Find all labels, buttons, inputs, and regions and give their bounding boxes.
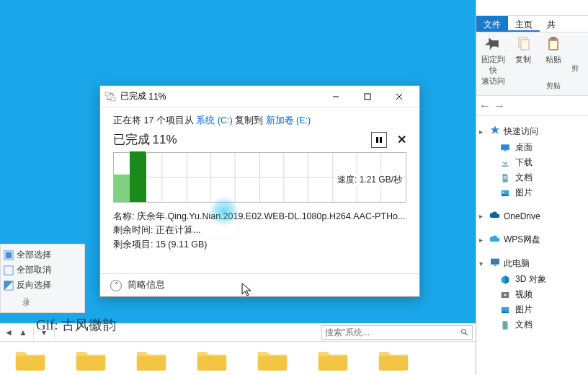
svg-rect-3: [551, 37, 556, 40]
folder-icon[interactable]: [196, 348, 228, 372]
svg-rect-20: [111, 97, 115, 101]
ribbon-cut-sub: 剪: [571, 63, 579, 74]
progress-percent: 11%: [152, 133, 177, 147]
copy-icon: [514, 35, 532, 53]
forward-arrow-icon[interactable]: →: [494, 100, 505, 112]
close-button[interactable]: [383, 87, 415, 107]
brief-info-toggle[interactable]: 简略信息: [128, 279, 165, 291]
cloud-icon: [489, 209, 501, 221]
tab-home[interactable]: 主页: [508, 16, 540, 32]
tab-share[interactable]: 共: [540, 16, 563, 32]
explorer-titlebar: [476, 0, 588, 16]
nav-3d-objects[interactable]: 3D 对象: [479, 272, 585, 287]
svg-rect-15: [4, 265, 13, 274]
folder-icon[interactable]: [317, 348, 349, 372]
dialog-title-prefix: 已完成: [120, 90, 146, 102]
invert-icon: [4, 281, 14, 291]
minimize-button[interactable]: [320, 87, 352, 107]
dest-link[interactable]: 新加卷 (E:): [266, 115, 311, 125]
paste-icon: [545, 35, 562, 53]
navigation-pane: ▸ 快速访问 桌面 下载 文档 图片 ▸ OneDrive ▸ WPS网盘: [476, 116, 588, 347]
chevron-up-icon[interactable]: ˄: [110, 280, 122, 291]
nav-wps[interactable]: ▸ WPS网盘: [479, 231, 585, 248]
picture-icon: [500, 305, 510, 315]
maximize-button[interactable]: [352, 87, 383, 107]
svg-rect-9: [491, 259, 499, 265]
folder-grid: [0, 342, 476, 375]
back-arrow-icon[interactable]: ←: [479, 100, 491, 112]
download-icon: [500, 158, 510, 168]
ribbon-copy[interactable]: 复制: [508, 35, 538, 92]
wps-icon: [489, 233, 501, 244]
dialog-titlebar[interactable]: 已完成 11%: [100, 86, 419, 107]
document-icon: [500, 320, 510, 330]
pause-button[interactable]: [371, 132, 387, 148]
svg-line-18: [466, 333, 468, 335]
svg-rect-10: [494, 265, 496, 265]
document-icon: [500, 173, 510, 183]
svg-rect-22: [365, 94, 370, 100]
select-none-icon: [4, 265, 14, 275]
nav-pictures2[interactable]: 图片: [479, 302, 585, 317]
folder-icon[interactable]: [14, 348, 46, 372]
cancel-button[interactable]: ✕: [397, 133, 406, 146]
speed-readout: 速度: 1.21 GB/秒: [336, 174, 404, 186]
nav-pictures[interactable]: 图片: [479, 185, 585, 200]
svg-rect-6: [504, 150, 507, 151]
nav-onedrive[interactable]: ▸ OneDrive: [479, 208, 585, 224]
video-icon: [500, 290, 510, 300]
pin-icon: [484, 35, 502, 53]
ribbon-paste[interactable]: 粘贴 剪 剪贴: [538, 35, 569, 92]
select-all-button[interactable]: 全部选择: [4, 247, 81, 262]
svg-rect-19: [105, 92, 110, 96]
select-none-button[interactable]: 全部取消: [4, 262, 81, 278]
remaining-items: 15 (9.11 GB): [156, 239, 208, 250]
invert-selection-button[interactable]: 反向选择: [4, 278, 81, 293]
nav-documents2[interactable]: 文档: [479, 317, 585, 332]
copy-progress-dialog: 已完成 11% 正在将 17 个项目从 系统 (C:) 复制到 新加卷 (E:)…: [99, 85, 420, 297]
selection-group-label: 录: [4, 296, 81, 309]
nav-documents[interactable]: 文档: [479, 170, 585, 185]
folder-icon[interactable]: [378, 348, 409, 372]
picture-icon: [500, 188, 510, 198]
selection-panel: 全部选择 全部取消 反向选择 录: [0, 244, 85, 313]
svg-rect-25: [376, 137, 378, 143]
svg-rect-26: [380, 137, 382, 143]
watermark-text: Gif: 古风徽韵: [36, 316, 116, 335]
ribbon-clipboard-sub: 剪贴: [538, 81, 569, 91]
svg-rect-1: [521, 40, 529, 50]
pc-icon: [489, 257, 501, 268]
select-all-icon: [4, 250, 14, 260]
ribbon-pin[interactable]: 固定到快 速访问: [478, 35, 508, 92]
search-icon: [460, 328, 469, 337]
up-icon[interactable]: ▲: [17, 327, 29, 338]
nav-desktop[interactable]: 桌面: [479, 140, 585, 155]
explorer-window: 文件 主页 共 固定到快 速访问 复制 粘贴 剪 剪贴 ← → ▸ 快速访问: [476, 0, 588, 375]
progress-label: 已完成: [113, 131, 150, 148]
folder-icon[interactable]: [75, 348, 107, 372]
desktop-icon: [500, 143, 510, 153]
source-link[interactable]: 系统 (C:): [196, 115, 232, 125]
remaining-time: 正在计算...: [156, 225, 200, 235]
transfer-details: 名称: 庆余年.Qing.Yu.Nian.2019.E02.WEB-DL.108…: [113, 210, 406, 252]
file-name: 庆余年.Qing.Yu.Nian.2019.E02.WEB-DL.1080p.H…: [137, 211, 406, 221]
svg-rect-5: [501, 144, 509, 150]
svg-point-8: [503, 191, 504, 193]
svg-rect-14: [6, 252, 12, 258]
cube-icon: [500, 275, 510, 285]
dialog-footer: ˄ 简略信息: [100, 273, 419, 296]
nav-downloads[interactable]: 下载: [479, 155, 585, 170]
nav-quick-access[interactable]: ▸ 快速访问: [479, 123, 585, 140]
folder-icon[interactable]: [257, 348, 288, 372]
svg-rect-4: [550, 41, 557, 49]
folder-icon[interactable]: [135, 348, 167, 372]
back-history-icon[interactable]: ◄: [3, 327, 14, 338]
tab-file[interactable]: 文件: [476, 16, 508, 32]
address-bar[interactable]: ← →: [476, 96, 588, 116]
search-box[interactable]: 搜索"系统...: [321, 325, 473, 340]
svg-point-17: [462, 330, 466, 334]
dialog-title-percent: 11%: [148, 92, 166, 102]
nav-videos[interactable]: 视频: [479, 287, 585, 302]
star-icon: [489, 125, 501, 136]
nav-this-pc[interactable]: ▾ 此电脑: [479, 255, 585, 272]
